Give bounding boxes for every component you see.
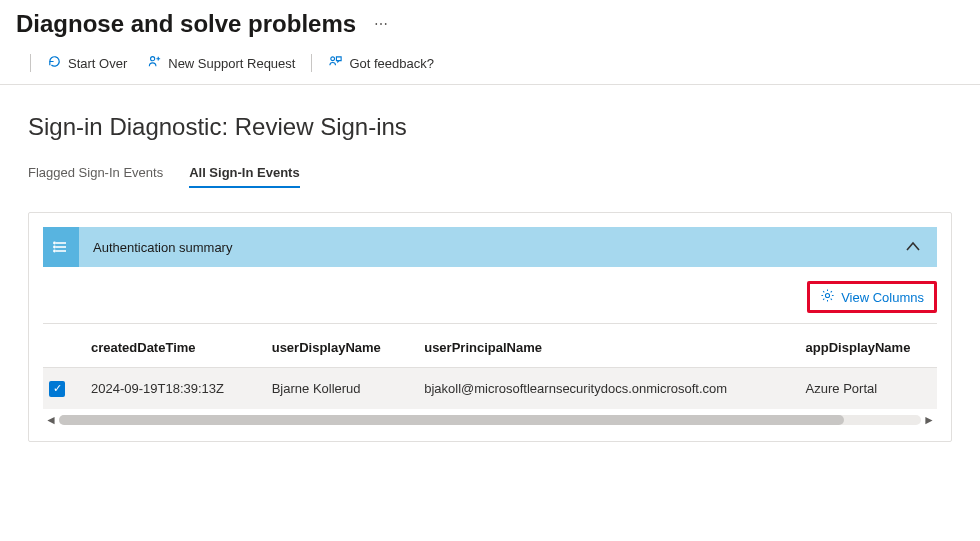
- col-appdisplayname[interactable]: appDisplayName: [796, 324, 937, 368]
- start-over-button[interactable]: Start Over: [41, 52, 133, 74]
- view-columns-button[interactable]: View Columns: [807, 281, 937, 313]
- svg-point-7: [54, 250, 55, 251]
- scroll-left-icon[interactable]: ◄: [43, 413, 59, 427]
- tabs: Flagged Sign-In Events All Sign-In Event…: [28, 165, 952, 188]
- col-userdisplayname[interactable]: userDisplayName: [262, 324, 415, 368]
- cell-appdisplayname: Azure Portal: [796, 368, 937, 409]
- svg-point-8: [826, 293, 830, 297]
- tab-flagged-signin[interactable]: Flagged Sign-In Events: [28, 165, 163, 188]
- results-panel: Authentication summary View Columns: [28, 212, 952, 442]
- results-table: createdDateTime userDisplayName userPrin…: [43, 324, 937, 409]
- new-support-request-label: New Support Request: [168, 56, 295, 71]
- cell-userprincipalname: bjakoll@microsoftlearnsecuritydocs.onmic…: [414, 368, 795, 409]
- new-support-request-button[interactable]: New Support Request: [141, 52, 301, 74]
- auth-summary-title: Authentication summary: [93, 240, 903, 255]
- svg-point-0: [151, 57, 155, 61]
- divider: [311, 54, 312, 72]
- svg-point-5: [54, 242, 55, 243]
- table-row[interactable]: ✓ 2024-09-19T18:39:13Z Bjarne Kollerud b…: [43, 368, 937, 409]
- col-created[interactable]: createdDateTime: [81, 324, 262, 368]
- svg-point-1: [331, 57, 335, 61]
- results-table-wrap: createdDateTime userDisplayName userPrin…: [43, 324, 937, 409]
- scroll-track[interactable]: [59, 415, 921, 425]
- scroll-right-icon[interactable]: ►: [921, 413, 937, 427]
- toolbar: Start Over New Support Request Got feedb…: [0, 46, 980, 85]
- col-checkbox: [43, 324, 81, 368]
- cell-created: 2024-09-19T18:39:13Z: [81, 368, 262, 409]
- got-feedback-label: Got feedback?: [349, 56, 434, 71]
- divider: [30, 54, 31, 72]
- row-checkbox[interactable]: ✓: [49, 381, 65, 397]
- more-menu-icon[interactable]: ⋯: [374, 16, 389, 32]
- cell-userdisplayname: Bjarne Kollerud: [262, 368, 415, 409]
- scroll-thumb[interactable]: [59, 415, 844, 425]
- svg-point-6: [54, 246, 55, 247]
- refresh-icon: [47, 54, 62, 72]
- chevron-up-icon[interactable]: [903, 237, 923, 257]
- auth-summary-header[interactable]: Authentication summary: [43, 227, 937, 267]
- got-feedback-button[interactable]: Got feedback?: [322, 52, 440, 74]
- feedback-icon: [328, 54, 343, 72]
- list-icon: [43, 227, 79, 267]
- section-heading: Sign-in Diagnostic: Review Sign-ins: [28, 113, 952, 141]
- page-title: Diagnose and solve problems: [16, 10, 356, 38]
- gear-icon: [820, 288, 835, 306]
- horizontal-scrollbar[interactable]: ◄ ►: [43, 413, 937, 427]
- view-columns-label: View Columns: [841, 290, 924, 305]
- col-userprincipalname[interactable]: userPrincipalName: [414, 324, 795, 368]
- support-icon: [147, 54, 162, 72]
- tab-all-signin[interactable]: All Sign-In Events: [189, 165, 300, 188]
- page-header: Diagnose and solve problems ⋯: [0, 0, 980, 46]
- start-over-label: Start Over: [68, 56, 127, 71]
